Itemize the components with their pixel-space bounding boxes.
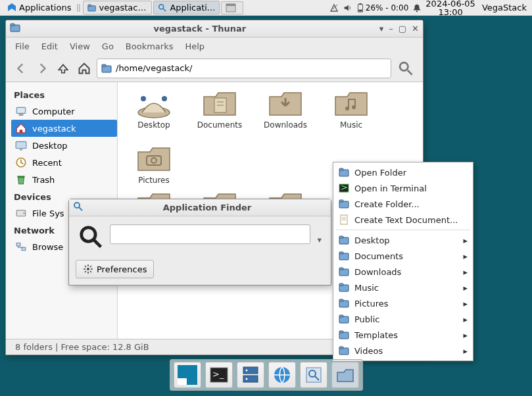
menu-create-folder[interactable]: Create Folder... <box>333 196 473 212</box>
menu-pictures[interactable]: Pictures▸ <box>333 295 473 311</box>
sidebar-label: Trash <box>32 175 55 185</box>
sidebar-item-computer[interactable]: Computer <box>11 103 117 120</box>
svg-point-81 <box>245 378 247 380</box>
svg-point-27 <box>23 212 24 214</box>
search-icon <box>78 224 103 251</box>
taskbar-item-appfinder[interactable]: Applicati... <box>153 1 220 14</box>
dock-show-desktop[interactable] <box>174 362 201 388</box>
sidebar-label: Desktop <box>32 141 68 151</box>
nav-back-button[interactable] <box>12 60 30 77</box>
sidebar-item-desktop[interactable]: Desktop <box>11 137 117 154</box>
svg-rect-63 <box>339 268 343 270</box>
folder-music[interactable]: Music <box>326 89 377 130</box>
svg-rect-79 <box>243 376 258 382</box>
svg-rect-71 <box>339 331 343 333</box>
dock-home-folder[interactable] <box>331 362 359 388</box>
dock-web-browser[interactable] <box>268 362 296 388</box>
applications-label: Applications <box>19 3 71 12</box>
folder-downloads[interactable]: Downloads <box>260 89 311 130</box>
folder-label: Music <box>340 120 362 130</box>
svg-point-37 <box>352 105 356 109</box>
minimize-button[interactable]: – <box>389 24 393 34</box>
menu-desktop[interactable]: Desktop▸ <box>333 232 473 248</box>
dock-terminal[interactable]: >_ <box>205 362 233 388</box>
submenu-arrow-icon: ▸ <box>463 251 468 261</box>
path-bar[interactable]: /home/vegastack/ <box>97 59 391 78</box>
preferences-label: Preferences <box>97 264 147 274</box>
battery-tray-icon[interactable]: 26% - 0:00 <box>356 3 409 12</box>
user-menu[interactable]: VegaStack <box>479 3 529 12</box>
titlebar[interactable]: Application Finder <box>69 199 331 216</box>
menu-public[interactable]: Public▸ <box>333 311 473 327</box>
svg-rect-65 <box>339 284 343 285</box>
svg-point-36 <box>345 107 349 111</box>
folder-desktop[interactable]: Desktop <box>128 89 180 130</box>
svg-text:>_: >_ <box>212 369 224 379</box>
taskbar-item-label: Applicati... <box>170 3 215 12</box>
dock-appfinder[interactable] <box>300 362 327 388</box>
nav-forward-button[interactable] <box>34 60 51 77</box>
status-text: 8 folders | Free space: 12.8 GiB <box>15 342 149 352</box>
titlebar[interactable]: vegastack - Thunar ▾ – ▢ ✕ <box>6 20 423 37</box>
gear-icon <box>83 264 93 274</box>
sidebar-item-home[interactable]: vegastack <box>11 120 117 137</box>
window-menu-button[interactable]: ▾ <box>379 24 384 34</box>
preferences-button[interactable]: Preferences <box>76 260 154 278</box>
svg-rect-67 <box>339 299 343 301</box>
close-button[interactable]: ✕ <box>412 24 419 34</box>
svg-rect-28 <box>16 243 20 246</box>
maximize-button[interactable]: ▢ <box>399 24 406 34</box>
network-tray-icon[interactable] <box>329 3 339 13</box>
folder-pictures[interactable]: Pictures <box>128 144 180 185</box>
menu-videos[interactable]: Videos▸ <box>333 343 473 359</box>
menu-create-document[interactable]: Create Text Document... <box>333 212 473 228</box>
taskbar-item-label: vegastack... <box>99 3 148 12</box>
expand-icon[interactable]: ▾ <box>317 235 322 245</box>
search-icon <box>73 201 84 214</box>
menu-go[interactable]: Go <box>97 39 119 53</box>
menu-label: Pictures <box>354 299 388 309</box>
clock-date: 2024-06-05 <box>425 0 475 8</box>
taskbar-item-empty[interactable] <box>221 1 243 14</box>
sidebar-item-trash[interactable]: Trash <box>11 171 117 188</box>
menu-open-terminal[interactable]: >_Open in Terminal <box>333 180 473 196</box>
dock-files[interactable] <box>237 362 264 388</box>
menu-edit[interactable]: Edit <box>36 39 63 53</box>
appfinder-search-input[interactable] <box>110 224 310 244</box>
svg-line-5 <box>163 8 166 11</box>
menu-bookmarks[interactable]: Bookmarks <box>120 39 179 53</box>
nav-up-button[interactable] <box>55 60 72 77</box>
menu-view[interactable]: View <box>64 39 95 53</box>
menu-label: Videos <box>354 346 383 356</box>
system-tray: 26% - 0:00 2024-06-05 13:00 VegaStack <box>329 0 529 16</box>
svg-rect-22 <box>16 141 26 148</box>
menu-help[interactable]: Help <box>180 39 210 53</box>
applications-menu-button[interactable]: Applications <box>3 1 75 15</box>
svg-line-45 <box>79 207 82 210</box>
clock[interactable]: 2024-06-05 13:00 <box>425 0 475 16</box>
search-button[interactable] <box>395 59 416 78</box>
volume-tray-icon[interactable] <box>343 3 352 12</box>
taskbar-item-thunar[interactable]: vegastack... <box>83 1 152 14</box>
menu-open-folder[interactable]: Open Folder <box>333 164 473 180</box>
menu-templates[interactable]: Templates▸ <box>333 327 473 343</box>
folder-label: Downloads <box>264 120 307 130</box>
svg-rect-78 <box>243 367 258 374</box>
nav-home-button[interactable] <box>76 60 93 77</box>
submenu-arrow-icon: ▸ <box>463 235 468 245</box>
notifications-tray-icon[interactable] <box>412 3 422 12</box>
sidebar-item-recent[interactable]: Recent <box>11 154 117 171</box>
menu-downloads[interactable]: Downloads▸ <box>333 264 473 280</box>
folder-label: Pictures <box>138 176 170 185</box>
menu-separator <box>336 230 470 230</box>
menu-file[interactable]: File <box>10 39 35 53</box>
menu-music[interactable]: Music▸ <box>333 280 473 295</box>
toolbar: /home/vegastack/ <box>6 55 423 82</box>
menu-documents[interactable]: Documents▸ <box>333 248 473 264</box>
menu-label: Public <box>354 314 379 324</box>
svg-rect-3 <box>88 5 91 6</box>
top-panel: Applications vegastack... Applicati... 2… <box>0 0 532 16</box>
folder-documents[interactable]: Documents <box>194 89 245 130</box>
menu-label: Music <box>354 283 379 293</box>
svg-point-48 <box>87 268 89 270</box>
